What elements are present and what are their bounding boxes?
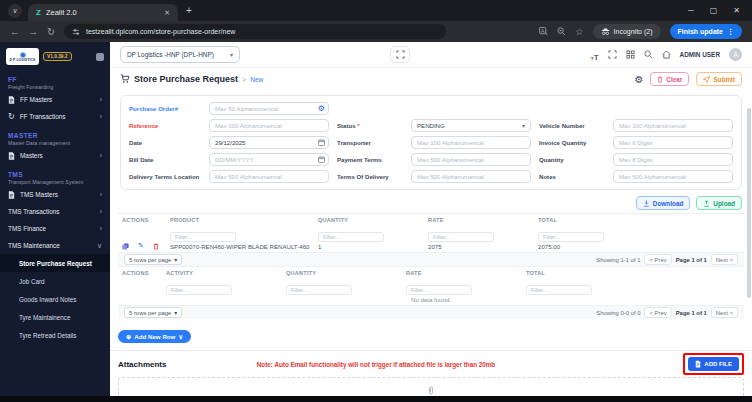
chevron-right-icon: ›: [100, 208, 102, 215]
date-input[interactable]: [209, 136, 329, 149]
rows-per-page-select[interactable]: 5 rows per page▾: [124, 307, 182, 318]
avatar[interactable]: A: [729, 48, 742, 61]
prev-page-button[interactable]: < Prev: [644, 307, 671, 318]
url-text: testzealit.dplcom.com/store-purchase-ord…: [86, 28, 235, 35]
reference-input[interactable]: [209, 119, 329, 132]
sidebar-item-goods-inward-notes[interactable]: Goods Inward Notes: [0, 290, 110, 308]
fullscreen-icon: [396, 50, 405, 59]
attachments-dropzone[interactable]: No attachments found. Click 'Add File' t…: [118, 377, 744, 396]
payment-terms-input[interactable]: [411, 153, 531, 166]
activity-filter-input[interactable]: [166, 285, 232, 295]
avatar-initial: A: [733, 51, 738, 58]
browser-menu-icon[interactable]: ⋮: [727, 28, 734, 36]
purchase-order-input[interactable]: [209, 102, 329, 115]
delivery-terms-location-input[interactable]: [209, 170, 329, 183]
back-icon[interactable]: ←: [10, 26, 20, 37]
scrollbar[interactable]: [747, 108, 751, 298]
site-settings-icon[interactable]: [72, 28, 80, 36]
quantity-filter-input[interactable]: [318, 232, 384, 242]
tab-search-icon[interactable]: ∨: [8, 4, 22, 18]
total-filter-input[interactable]: [526, 285, 592, 295]
sidebar-item-store-purchase-request[interactable]: Store Purchase Request: [0, 254, 110, 272]
company-selector[interactable]: DP Logistics -HNP (DPL-HNP) ▾: [120, 46, 240, 63]
add-new-row-button[interactable]: ⊕ Add New Row ∨: [118, 330, 191, 343]
window-close-icon[interactable]: ✕: [733, 6, 740, 15]
calendar-icon[interactable]: [318, 156, 325, 163]
settings-gear-icon[interactable]: ⚙: [634, 74, 643, 85]
window-maximize-icon[interactable]: ▢: [710, 6, 718, 15]
sidebar-item-masters[interactable]: Masters ›: [0, 147, 110, 164]
total-filter-input[interactable]: [538, 232, 604, 242]
sidebar-item-label: FF Masters: [20, 96, 52, 103]
invoice-quantity-input[interactable]: [613, 136, 733, 149]
column-header-actions: ACTIONS: [118, 217, 166, 223]
chevron-right-icon: ›: [100, 191, 102, 198]
quantity-filter-input[interactable]: [286, 285, 352, 295]
transporter-input[interactable]: [411, 136, 531, 149]
expand-icon[interactable]: [608, 50, 617, 59]
notes-input[interactable]: [613, 170, 733, 183]
chevron-down-icon: ∨: [97, 242, 102, 250]
search-icon[interactable]: [644, 50, 653, 59]
edit-icon[interactable]: ✎: [134, 242, 148, 250]
finish-update-button[interactable]: Finish update ⋮: [670, 24, 743, 39]
fullscreen-toggle[interactable]: [390, 46, 410, 63]
font-size-icon[interactable]: тT: [591, 46, 599, 64]
chevron-down-icon: ▾: [174, 257, 177, 263]
vehicle-number-input[interactable]: [613, 119, 733, 132]
submit-label: Submit: [713, 76, 735, 83]
sidebar-item-tms-masters[interactable]: TMS Masters ›: [0, 186, 110, 203]
sidebar-item-ff-masters[interactable]: FF Masters ›: [0, 91, 110, 108]
sidebar-subitem-label: Goods Inward Notes: [19, 296, 76, 303]
sidebar-item-job-card[interactable]: Job Card: [0, 272, 110, 290]
rate-filter-input[interactable]: [428, 232, 494, 242]
status-select[interactable]: PENDING ▾: [411, 119, 531, 132]
download-button[interactable]: Download: [636, 196, 691, 210]
tab-close-icon[interactable]: ✕: [164, 9, 170, 17]
sidebar-item-tms-finance[interactable]: TMS Finance ›: [0, 220, 110, 237]
next-page-button[interactable]: Next >: [711, 307, 738, 318]
bill-date-input[interactable]: [209, 153, 329, 166]
sidebar-collapse-icon[interactable]: [96, 53, 104, 61]
zoom-icon[interactable]: [557, 27, 566, 36]
product-filter-input[interactable]: [170, 232, 236, 242]
attachments-note: Note: Auto Email functionality will not …: [110, 361, 642, 368]
reload-icon[interactable]: ↻: [47, 26, 55, 37]
upload-label: Upload: [713, 200, 735, 207]
sidebar-item-tyre-retread-details[interactable]: Tyre Retread Details: [0, 326, 110, 344]
upload-button[interactable]: Upload: [696, 196, 742, 210]
sidebar-item-ff-transactions[interactable]: ↻ FF Transactions ›: [0, 108, 110, 125]
add-file-button[interactable]: ADD FILE: [688, 357, 739, 371]
delete-icon[interactable]: [153, 243, 159, 250]
cart-icon: [120, 74, 130, 84]
reference-label: Reference: [129, 122, 201, 129]
showing-label: Showing 0-0 of 0: [596, 310, 640, 316]
browser-tab[interactable]: Z Zealit 2.0 ✕: [28, 4, 178, 21]
sidebar-item-tms-transactions[interactable]: TMS Transactions ›: [0, 203, 110, 220]
submit-button[interactable]: Submit: [696, 72, 742, 86]
window-minimize-icon[interactable]: ─: [688, 6, 694, 15]
prev-page-button[interactable]: < Prev: [644, 254, 671, 265]
apps-grid-icon[interactable]: [626, 50, 635, 59]
numbering-gear-icon[interactable]: ⚙: [318, 105, 325, 113]
next-page-button[interactable]: Next >: [711, 254, 738, 265]
home-icon[interactable]: [662, 50, 671, 59]
terms-of-delivery-input[interactable]: [411, 170, 531, 183]
rate-filter-input[interactable]: [406, 285, 472, 295]
address-bar[interactable]: testzealit.dplcom.com/store-purchase-ord…: [64, 24, 446, 39]
new-tab-button[interactable]: +: [186, 5, 192, 16]
sidebar-item-tyre-maintainence[interactable]: Tyre Maintainence: [0, 308, 110, 326]
copy-icon[interactable]: [122, 243, 129, 250]
rows-per-page-select[interactable]: 5 rows per page▾: [124, 254, 182, 265]
bookmark-star-icon[interactable]: ☆: [575, 26, 584, 37]
incognito-badge: Incognito (2): [593, 24, 661, 39]
sidebar: D P LOGISTICS V1.0.39.2 FF Freight Forwa…: [0, 42, 110, 396]
sidebar-item-tms-maintenance[interactable]: TMS Maintenance ∨: [0, 237, 110, 254]
add-new-row-label: Add New Row: [134, 333, 175, 340]
clear-button[interactable]: Clear: [650, 72, 689, 86]
forward-icon[interactable]: →: [29, 26, 39, 37]
translate-icon[interactable]: A: [539, 27, 548, 36]
quantity-input[interactable]: [613, 153, 733, 166]
calendar-icon[interactable]: [318, 139, 325, 146]
document-icon: [8, 191, 15, 199]
